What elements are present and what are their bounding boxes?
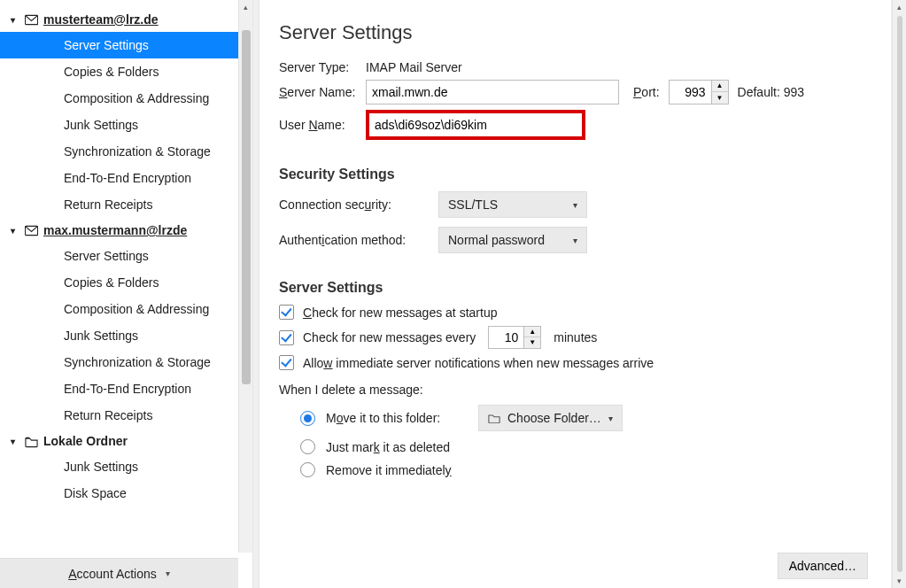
scroll-down-icon[interactable]: ▾: [893, 574, 906, 588]
mail-icon: [25, 224, 38, 237]
window-scrollbar[interactable]: ▴ ▾: [892, 0, 906, 588]
server-name-label: Server Name:: [279, 85, 357, 99]
server-type-label: Server Type:: [279, 60, 357, 74]
interval-step-down-button[interactable]: ▼: [524, 337, 540, 348]
check-messages-every-checkbox[interactable]: [279, 330, 294, 345]
chevron-down-icon: ▾: [11, 226, 19, 236]
page-title: Server Settings: [279, 21, 868, 44]
sidebar-item-junk-settings[interactable]: Junk Settings: [0, 453, 238, 480]
folder-icon: [25, 435, 38, 448]
delete-move-radio[interactable]: [300, 411, 315, 426]
sidebar-item-sync-storage[interactable]: Synchronization & Storage: [0, 138, 238, 165]
check-messages-startup-label: Check for new messages at startup: [303, 306, 497, 320]
authentication-method-label: Authentication method:: [279, 233, 430, 247]
scrollbar-thumb[interactable]: [242, 30, 251, 384]
port-label: Port:: [633, 85, 660, 99]
chevron-down-icon: ▾: [573, 236, 577, 245]
account-name: max.mustermann@lrzde: [43, 223, 187, 237]
scrollbar-thumb[interactable]: [897, 16, 902, 572]
account-header-musterteam[interactable]: ▾ musterteam@lrz.de: [0, 7, 238, 32]
server-name-input[interactable]: [366, 80, 619, 104]
allow-notifications-label: Allow immediate server notifications whe…: [303, 356, 654, 370]
sidebar-item-e2e-encryption[interactable]: End-To-End Encryption: [0, 165, 238, 191]
port-step-down-button[interactable]: ▼: [712, 92, 728, 104]
account-name: musterteam@lrz.de: [43, 12, 159, 27]
user-name-highlight-box: [366, 110, 585, 140]
sidebar-item-server-settings[interactable]: Server Settings: [0, 243, 238, 269]
choose-folder-button[interactable]: Choose Folder… ▾: [478, 405, 623, 431]
sidebar-item-return-receipts[interactable]: Return Receipts: [0, 402, 238, 429]
authentication-method-select[interactable]: Normal password ▾: [438, 227, 587, 253]
sidebar-item-composition-addressing[interactable]: Composition & Addressing: [0, 296, 238, 322]
delete-mark-radio[interactable]: [300, 439, 315, 454]
chevron-down-icon: ▾: [11, 15, 19, 25]
check-messages-every-label-pre: Check for new messages every: [303, 330, 476, 344]
allow-notifications-checkbox[interactable]: [279, 355, 294, 370]
account-actions-button[interactable]: Account Actions ▾: [0, 558, 238, 588]
user-name-label: User Name:: [279, 118, 357, 132]
chevron-down-icon: ▾: [608, 414, 613, 423]
check-interval-input[interactable]: [488, 326, 523, 349]
server-settings-panel: Server Settings Server Type: IMAP Mail S…: [259, 0, 891, 588]
delete-mark-label: Just mark it as deleted: [326, 440, 450, 454]
port-input[interactable]: [669, 80, 711, 104]
default-port-label: Default: 993: [738, 85, 805, 99]
sidebar-item-copies-folders[interactable]: Copies & Folders: [0, 269, 238, 296]
delete-move-label: Move it to this folder:: [326, 411, 468, 425]
chevron-down-icon: ▾: [11, 437, 19, 446]
sidebar-item-sync-storage[interactable]: Synchronization & Storage: [0, 349, 238, 375]
account-header-local-folders[interactable]: ▾ Lokale Ordner: [0, 429, 238, 453]
sidebar-item-disk-space[interactable]: Disk Space: [0, 480, 238, 507]
sidebar-item-server-settings[interactable]: Server Settings: [0, 32, 238, 58]
sidebar-item-junk-settings[interactable]: Junk Settings: [0, 112, 238, 138]
user-name-input[interactable]: [369, 113, 582, 136]
account-name: Lokale Ordner: [43, 434, 128, 448]
connection-security-select[interactable]: SSL/TLS ▾: [438, 191, 587, 218]
sidebar-item-e2e-encryption[interactable]: End-To-End Encryption: [0, 375, 238, 402]
mail-icon: [25, 13, 38, 27]
scroll-up-icon[interactable]: ▴: [239, 0, 252, 14]
delete-remove-radio[interactable]: [300, 462, 315, 477]
chevron-down-icon: ▾: [166, 569, 170, 578]
server-settings-heading: Server Settings: [279, 280, 868, 296]
sidebar-scrollbar[interactable]: ▴: [238, 0, 252, 553]
sidebar-item-copies-folders[interactable]: Copies & Folders: [0, 58, 238, 85]
pane-splitter[interactable]: [252, 0, 259, 588]
check-messages-startup-checkbox[interactable]: [279, 305, 294, 320]
account-actions-label: Account Actions: [68, 567, 157, 581]
sidebar-item-return-receipts[interactable]: Return Receipts: [0, 191, 238, 218]
port-step-up-button[interactable]: ▲: [712, 81, 728, 92]
connection-security-label: Connection security:: [279, 197, 430, 212]
delete-remove-label: Remove it immediately: [326, 463, 452, 477]
account-sidebar: ▾ musterteam@lrz.de Server Settings Copi…: [0, 0, 252, 588]
check-messages-every-label-post: minutes: [554, 330, 597, 344]
server-type-value: IMAP Mail Server: [366, 60, 462, 74]
scroll-up-icon[interactable]: ▴: [893, 0, 906, 14]
sidebar-item-junk-settings[interactable]: Junk Settings: [0, 322, 238, 349]
interval-step-up-button[interactable]: ▲: [524, 327, 540, 337]
account-header-maxmustermann[interactable]: ▾ max.mustermann@lrzde: [0, 218, 238, 243]
sidebar-item-composition-addressing[interactable]: Composition & Addressing: [0, 85, 238, 112]
advanced-button[interactable]: Advanced…: [778, 553, 868, 579]
folder-icon: [488, 413, 500, 423]
chevron-down-icon: ▾: [573, 200, 577, 210]
delete-message-heading: When I delete a message:: [279, 383, 868, 397]
security-settings-heading: Security Settings: [279, 166, 868, 182]
